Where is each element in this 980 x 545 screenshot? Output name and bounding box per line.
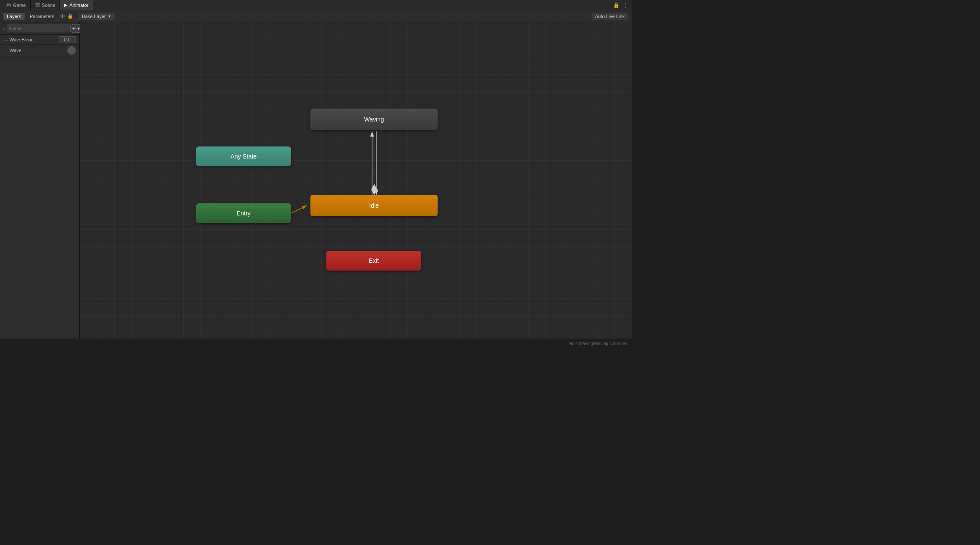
svg-marker-6 (371, 184, 377, 195)
idle-node[interactable]: Idle (310, 195, 438, 216)
param-dash-icon: — (3, 37, 8, 42)
status-bar: Janis/Waving/Waving.controller (0, 339, 632, 348)
tab-bar: 🎮 Game 🎬 Scene ▶ Animator 🔒 ⋮ (0, 0, 632, 10)
main-layout: ⌕ + ▼ — WaveBlend 0.0 — Wave (0, 22, 632, 339)
auto-live-link-button[interactable]: Auto Live Link (592, 13, 628, 20)
wave-toggle[interactable] (67, 46, 76, 55)
scene-icon: 🎬 (35, 3, 40, 7)
tab-game[interactable]: 🎮 Game (2, 0, 31, 10)
svg-line-3 (291, 206, 307, 213)
visibility-icon[interactable]: 👁 (59, 13, 66, 20)
search-input[interactable] (7, 25, 71, 32)
arrows-svg (80, 22, 632, 339)
menu-icon: ⋮ (623, 2, 628, 8)
param-waveblend[interactable]: — WaveBlend 0.0 (0, 35, 79, 45)
sidebar: ⌕ + ▼ — WaveBlend 0.0 — Wave (0, 22, 80, 339)
tab-scene[interactable]: 🎬 Scene (31, 0, 60, 10)
parameters-tab[interactable]: Parameters (26, 13, 58, 20)
search-icon: ⌕ (3, 26, 5, 31)
param-dash-icon2: — (3, 48, 8, 53)
param-wave[interactable]: — Wave (0, 45, 79, 56)
exit-node[interactable]: Exit (326, 251, 421, 271)
entry-node[interactable]: Entry (196, 203, 291, 223)
waving-node[interactable]: Waving (310, 109, 438, 130)
lock-icon: 🔒 (613, 2, 620, 8)
canvas-area[interactable]: Any State Entry Waving Idle Exit (80, 22, 632, 339)
add-parameter-button[interactable]: + (72, 24, 76, 33)
lock-sidebar-icon[interactable]: 🔒 (67, 13, 73, 19)
top-bar: Layers Parameters 👁 🔒 Base Layer ▼ Auto … (0, 10, 632, 22)
any-state-node[interactable]: Any State (196, 146, 291, 166)
base-layer-dropdown-icon: ▼ (108, 14, 112, 19)
sidebar-search-bar: ⌕ + ▼ (0, 22, 79, 35)
base-layer-button[interactable]: Base Layer ▼ (78, 13, 115, 20)
game-icon: 🎮 (6, 3, 11, 7)
tab-animator[interactable]: ▶ Animator (60, 0, 93, 10)
layers-tab[interactable]: Layers (3, 13, 25, 20)
animator-icon: ▶ (64, 3, 68, 7)
status-path: Janis/Waving/Waving.controller (567, 341, 627, 346)
